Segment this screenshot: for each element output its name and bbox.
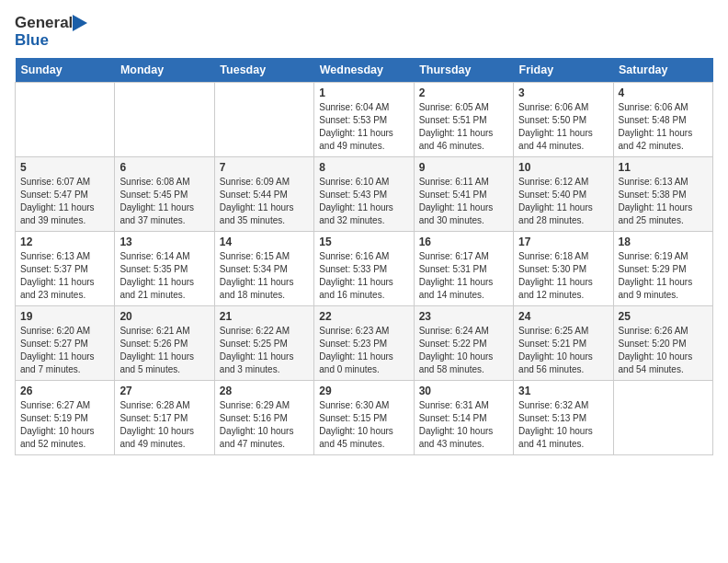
day-number: 16 <box>419 236 508 248</box>
day-number: 23 <box>419 310 508 323</box>
day-info: Sunrise: 6:10 AM Sunset: 5:43 PM Dayligh… <box>319 176 408 227</box>
calendar-week-row: 5Sunrise: 6:07 AM Sunset: 5:47 PM Daylig… <box>16 157 713 232</box>
day-number: 9 <box>419 161 508 174</box>
day-info: Sunrise: 6:08 AM Sunset: 5:45 PM Dayligh… <box>119 176 209 227</box>
calendar-day-cell: 5Sunrise: 6:07 AM Sunset: 5:47 PM Daylig… <box>16 157 115 232</box>
day-number: 25 <box>619 310 708 323</box>
page-header: GeneralBlue <box>15 15 713 49</box>
calendar-day-cell: 7Sunrise: 6:09 AM Sunset: 5:44 PM Daylig… <box>214 157 313 232</box>
day-number: 17 <box>518 236 608 248</box>
day-number: 26 <box>20 385 109 397</box>
day-info: Sunrise: 6:15 AM Sunset: 5:34 PM Dayligh… <box>220 250 309 302</box>
day-info: Sunrise: 6:18 AM Sunset: 5:30 PM Dayligh… <box>518 250 608 302</box>
day-number: 27 <box>119 385 209 397</box>
day-info: Sunrise: 6:31 AM Sunset: 5:14 PM Dayligh… <box>419 399 508 451</box>
day-number: 5 <box>20 161 109 174</box>
day-info: Sunrise: 6:16 AM Sunset: 5:33 PM Dayligh… <box>319 250 408 302</box>
calendar-day-cell: 20Sunrise: 6:21 AM Sunset: 5:26 PM Dayli… <box>115 306 214 381</box>
weekday-header-cell: Sunday <box>16 58 115 83</box>
calendar-day-cell: 24Sunrise: 6:25 AM Sunset: 5:21 PM Dayli… <box>514 306 613 381</box>
day-number: 10 <box>518 161 608 174</box>
calendar-day-cell <box>613 381 712 455</box>
calendar-day-cell <box>115 83 214 157</box>
weekday-header-cell: Friday <box>514 58 613 83</box>
day-number: 28 <box>220 385 309 397</box>
calendar-day-cell: 10Sunrise: 6:12 AM Sunset: 5:40 PM Dayli… <box>514 157 613 232</box>
calendar-day-cell: 9Sunrise: 6:11 AM Sunset: 5:41 PM Daylig… <box>414 157 513 232</box>
calendar-day-cell: 12Sunrise: 6:13 AM Sunset: 5:37 PM Dayli… <box>16 232 115 306</box>
day-number: 15 <box>319 236 408 248</box>
calendar-day-cell: 6Sunrise: 6:08 AM Sunset: 5:45 PM Daylig… <box>115 157 214 232</box>
weekday-header-cell: Monday <box>115 58 214 83</box>
day-number: 8 <box>319 161 408 174</box>
calendar-day-cell: 16Sunrise: 6:17 AM Sunset: 5:31 PM Dayli… <box>414 232 513 306</box>
calendar-week-row: 26Sunrise: 6:27 AM Sunset: 5:19 PM Dayli… <box>16 381 713 455</box>
day-info: Sunrise: 6:17 AM Sunset: 5:31 PM Dayligh… <box>419 250 508 302</box>
day-info: Sunrise: 6:09 AM Sunset: 5:44 PM Dayligh… <box>220 176 309 227</box>
calendar-day-cell: 22Sunrise: 6:23 AM Sunset: 5:23 PM Dayli… <box>314 306 414 381</box>
day-info: Sunrise: 6:25 AM Sunset: 5:21 PM Dayligh… <box>518 325 608 376</box>
calendar-table: SundayMondayTuesdayWednesdayThursdayFrid… <box>15 58 713 455</box>
day-info: Sunrise: 6:32 AM Sunset: 5:13 PM Dayligh… <box>518 399 608 451</box>
day-number: 31 <box>518 385 608 397</box>
calendar-day-cell: 26Sunrise: 6:27 AM Sunset: 5:19 PM Dayli… <box>16 381 115 455</box>
weekday-header-cell: Tuesday <box>214 58 313 83</box>
calendar-day-cell: 28Sunrise: 6:29 AM Sunset: 5:16 PM Dayli… <box>214 381 313 455</box>
weekday-header-cell: Thursday <box>414 58 513 83</box>
day-info: Sunrise: 6:29 AM Sunset: 5:16 PM Dayligh… <box>220 399 309 451</box>
calendar-day-cell <box>214 83 313 157</box>
calendar-day-cell: 27Sunrise: 6:28 AM Sunset: 5:17 PM Dayli… <box>115 381 214 455</box>
day-info: Sunrise: 6:14 AM Sunset: 5:35 PM Dayligh… <box>119 250 209 302</box>
calendar-day-cell: 23Sunrise: 6:24 AM Sunset: 5:22 PM Dayli… <box>414 306 513 381</box>
calendar-day-cell: 1Sunrise: 6:04 AM Sunset: 5:53 PM Daylig… <box>314 83 414 157</box>
day-number: 29 <box>319 385 408 397</box>
day-info: Sunrise: 6:06 AM Sunset: 5:50 PM Dayligh… <box>518 101 608 153</box>
weekday-header-row: SundayMondayTuesdayWednesdayThursdayFrid… <box>16 58 713 83</box>
calendar-week-row: 12Sunrise: 6:13 AM Sunset: 5:37 PM Dayli… <box>16 232 713 306</box>
calendar-day-cell: 31Sunrise: 6:32 AM Sunset: 5:13 PM Dayli… <box>514 381 613 455</box>
logo-text: GeneralBlue <box>15 15 87 49</box>
calendar-day-cell: 4Sunrise: 6:06 AM Sunset: 5:48 PM Daylig… <box>613 83 712 157</box>
calendar-day-cell: 21Sunrise: 6:22 AM Sunset: 5:25 PM Dayli… <box>214 306 313 381</box>
calendar-day-cell: 11Sunrise: 6:13 AM Sunset: 5:38 PM Dayli… <box>613 157 712 232</box>
day-number: 18 <box>619 236 708 248</box>
day-number: 14 <box>220 236 309 248</box>
day-number: 6 <box>119 161 209 174</box>
day-info: Sunrise: 6:28 AM Sunset: 5:17 PM Dayligh… <box>119 399 209 451</box>
logo: GeneralBlue <box>15 15 87 49</box>
day-info: Sunrise: 6:24 AM Sunset: 5:22 PM Dayligh… <box>419 325 508 376</box>
day-info: Sunrise: 6:27 AM Sunset: 5:19 PM Dayligh… <box>20 399 109 451</box>
day-number: 19 <box>20 310 109 323</box>
day-number: 1 <box>319 86 408 99</box>
calendar-day-cell: 30Sunrise: 6:31 AM Sunset: 5:14 PM Dayli… <box>414 381 513 455</box>
day-info: Sunrise: 6:20 AM Sunset: 5:27 PM Dayligh… <box>20 325 109 376</box>
weekday-header-cell: Saturday <box>613 58 712 83</box>
day-number: 7 <box>220 161 309 174</box>
day-info: Sunrise: 6:07 AM Sunset: 5:47 PM Dayligh… <box>20 176 109 227</box>
day-number: 13 <box>119 236 209 248</box>
day-number: 2 <box>419 86 508 99</box>
day-info: Sunrise: 6:19 AM Sunset: 5:29 PM Dayligh… <box>619 250 708 302</box>
weekday-header-cell: Wednesday <box>314 58 414 83</box>
logo-blue: Blue <box>15 31 49 49</box>
day-info: Sunrise: 6:26 AM Sunset: 5:20 PM Dayligh… <box>619 325 708 376</box>
calendar-day-cell <box>16 83 115 157</box>
day-info: Sunrise: 6:04 AM Sunset: 5:53 PM Dayligh… <box>319 101 408 153</box>
calendar-day-cell: 3Sunrise: 6:06 AM Sunset: 5:50 PM Daylig… <box>514 83 613 157</box>
day-number: 11 <box>619 161 708 174</box>
day-number: 30 <box>419 385 508 397</box>
calendar-week-row: 1Sunrise: 6:04 AM Sunset: 5:53 PM Daylig… <box>16 83 713 157</box>
calendar-day-cell: 17Sunrise: 6:18 AM Sunset: 5:30 PM Dayli… <box>514 232 613 306</box>
calendar-body: 1Sunrise: 6:04 AM Sunset: 5:53 PM Daylig… <box>16 83 713 455</box>
day-number: 12 <box>20 236 109 248</box>
day-info: Sunrise: 6:23 AM Sunset: 5:23 PM Dayligh… <box>319 325 408 376</box>
day-info: Sunrise: 6:13 AM Sunset: 5:37 PM Dayligh… <box>20 250 109 302</box>
day-number: 20 <box>119 310 209 323</box>
calendar-day-cell: 18Sunrise: 6:19 AM Sunset: 5:29 PM Dayli… <box>613 232 712 306</box>
calendar-day-cell: 25Sunrise: 6:26 AM Sunset: 5:20 PM Dayli… <box>613 306 712 381</box>
day-info: Sunrise: 6:22 AM Sunset: 5:25 PM Dayligh… <box>220 325 309 376</box>
day-info: Sunrise: 6:05 AM Sunset: 5:51 PM Dayligh… <box>419 101 508 153</box>
day-number: 21 <box>220 310 309 323</box>
day-info: Sunrise: 6:21 AM Sunset: 5:26 PM Dayligh… <box>119 325 209 376</box>
calendar-day-cell: 2Sunrise: 6:05 AM Sunset: 5:51 PM Daylig… <box>414 83 513 157</box>
